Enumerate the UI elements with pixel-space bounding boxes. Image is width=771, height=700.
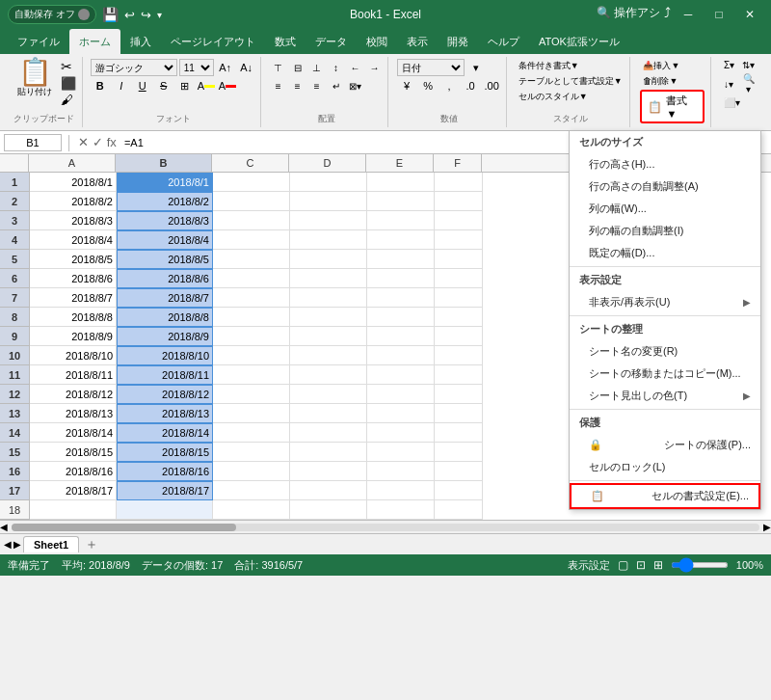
cell-f5[interactable] (435, 250, 483, 269)
col-header-f[interactable]: F (434, 154, 482, 172)
cell-c12[interactable] (213, 385, 290, 404)
cell-c15[interactable] (213, 443, 290, 462)
tab-page-layout[interactable]: ページレイアウト (161, 29, 265, 54)
cell-e11[interactable] (367, 365, 435, 385)
row-header-4[interactable]: 4 (0, 230, 29, 250)
cell-e14[interactable] (367, 423, 435, 443)
cell-c4[interactable] (213, 230, 290, 250)
menu-item-default-width[interactable]: 既定の幅(D)... (570, 242, 760, 264)
scroll-track[interactable] (12, 524, 759, 531)
cell-a2[interactable]: 2018/8/2 (30, 192, 117, 211)
font-size-select[interactable]: 11 (179, 59, 214, 76)
currency-button[interactable]: ¥ (397, 77, 416, 94)
cell-c3[interactable] (213, 211, 290, 230)
row-header-9[interactable]: 9 (0, 327, 29, 346)
fill-button[interactable]: ↓▾ (721, 78, 736, 91)
cell-d13[interactable] (290, 404, 367, 423)
scroll-sheet-left[interactable]: ◀ (4, 539, 12, 550)
cell-c16[interactable] (213, 462, 290, 481)
row-header-14[interactable]: 14 (0, 423, 29, 443)
search-icon[interactable]: 🔍 操作アシ (597, 5, 660, 24)
cell-b17[interactable]: 2018/8/17 (117, 481, 213, 500)
tab-dev[interactable]: 開発 (438, 29, 478, 54)
scroll-right-arrow[interactable]: ▶ (763, 522, 771, 532)
menu-item-move-sheet[interactable]: シートの移動またはコピー(M)... (570, 363, 760, 385)
cell-b4[interactable]: 2018/8/4 (117, 230, 213, 250)
top-align-button[interactable]: ⊤ (270, 59, 287, 76)
wrap-button[interactable]: ↵ (328, 77, 345, 94)
cell-e17[interactable] (367, 481, 435, 500)
cell-b10[interactable]: 2018/8/10 (117, 346, 213, 365)
cell-a13[interactable]: 2018/8/13 (30, 404, 117, 423)
cell-f3[interactable] (435, 211, 483, 230)
cell-e6[interactable] (367, 269, 435, 288)
autosum-button[interactable]: Σ▾ (721, 59, 737, 71)
cell-d3[interactable] (290, 211, 367, 230)
cell-d6[interactable] (290, 269, 367, 288)
italic-button[interactable]: I (112, 77, 131, 94)
row-header-1[interactable]: 1 (0, 173, 29, 192)
tab-data[interactable]: データ (306, 29, 357, 54)
cell-e5[interactable] (367, 250, 435, 269)
col-header-c[interactable]: C (212, 154, 289, 172)
insert-button[interactable]: 📥挿入▼ (640, 59, 682, 73)
cell-e18[interactable] (367, 500, 435, 520)
share-icon[interactable]: ⤴ (664, 5, 671, 24)
view-page-icon[interactable]: ⊡ (636, 558, 646, 572)
row-header-13[interactable]: 13 (0, 404, 29, 423)
horizontal-scrollbar[interactable]: ◀ ▶ (0, 520, 771, 533)
cell-d17[interactable] (290, 481, 367, 500)
zoom-level[interactable]: 100% (736, 559, 763, 571)
menu-item-col-width[interactable]: 列の幅(W)... (570, 198, 760, 220)
cell-d7[interactable] (290, 288, 367, 308)
cell-d9[interactable] (290, 327, 367, 346)
col-header-a[interactable]: A (29, 154, 116, 172)
cell-a16[interactable]: 2018/8/16 (30, 462, 117, 481)
copy-button[interactable]: ⬛ (61, 76, 76, 91)
cell-e1[interactable] (367, 173, 435, 192)
add-sheet-button[interactable]: ＋ (81, 536, 102, 553)
menu-item-rename-sheet[interactable]: シート名の変更(R) (570, 340, 760, 363)
indent-left-button[interactable]: ← (347, 59, 364, 76)
cell-c1[interactable] (213, 173, 290, 192)
cell-a6[interactable]: 2018/8/6 (30, 269, 117, 288)
number-format-select[interactable]: 日付 (397, 59, 465, 76)
cell-f15[interactable] (435, 443, 483, 462)
cell-d8[interactable] (290, 308, 367, 327)
cell-e4[interactable] (367, 230, 435, 250)
cell-b5[interactable]: 2018/8/5 (117, 250, 213, 269)
cell-e13[interactable] (367, 404, 435, 423)
cell-a5[interactable]: 2018/8/5 (30, 250, 117, 269)
text-direction-button[interactable]: ↕ (328, 59, 345, 76)
menu-item-tab-color[interactable]: シート見出しの色(T) ▶ (570, 385, 760, 407)
cell-c8[interactable] (213, 308, 290, 327)
percent-button[interactable]: % (418, 77, 438, 94)
row-header-18[interactable]: 18 (0, 500, 29, 520)
cell-c7[interactable] (213, 288, 290, 308)
cell-c14[interactable] (213, 423, 290, 443)
maximize-button[interactable]: □ (705, 5, 732, 24)
cancel-formula-icon[interactable]: ✕ (78, 135, 89, 149)
sheet-tab-sheet1[interactable]: Sheet1 (23, 536, 79, 552)
col-header-e[interactable]: E (366, 154, 434, 172)
center-align-button[interactable]: ≡ (289, 77, 306, 94)
cell-styles-button[interactable]: セルのスタイル▼ (516, 90, 591, 104)
zoom-slider[interactable] (671, 562, 729, 568)
indent-right-button[interactable]: → (366, 59, 384, 76)
cell-e3[interactable] (367, 211, 435, 230)
tab-help[interactable]: ヘルプ (478, 29, 529, 54)
cell-a7[interactable]: 2018/8/7 (30, 288, 117, 308)
cell-d1[interactable] (290, 173, 367, 192)
cell-b16[interactable]: 2018/8/16 (117, 462, 213, 481)
cell-c11[interactable] (213, 365, 290, 385)
cut-button[interactable]: ✂ (61, 59, 76, 74)
cell-d10[interactable] (290, 346, 367, 365)
cell-a1[interactable]: 2018/8/1 (30, 173, 117, 192)
redo-icon[interactable]: ↪ (141, 8, 151, 22)
view-break-icon[interactable]: ⊞ (653, 558, 663, 572)
cell-f2[interactable] (435, 192, 483, 211)
scroll-thumb[interactable] (12, 524, 236, 531)
row-header-15[interactable]: 15 (0, 443, 29, 462)
cell-c9[interactable] (213, 327, 290, 346)
row-header-16[interactable]: 16 (0, 462, 29, 481)
